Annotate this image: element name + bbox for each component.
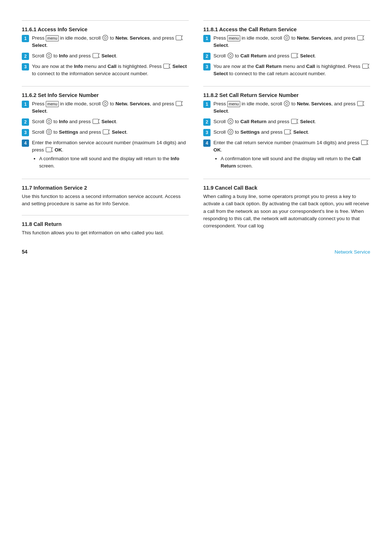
select-key-icon xyxy=(175,100,183,107)
section-11-6-2-title: 11.6.2 Set Info Service Number xyxy=(22,92,189,98)
call-return-bold: Call Return xyxy=(256,64,282,69)
steps-11-8-2: 1 Press menu in idle mode, scroll ▲ ▼ to… xyxy=(203,100,370,170)
netw-services-bold: Netw. Services xyxy=(297,35,331,41)
bullet-item: A confirmation tone will sound and the d… xyxy=(39,155,189,169)
step-11-6-2-1: 1 Press menu in idle mode, scroll ▲ ▼ to… xyxy=(22,100,189,115)
section-11-9-title: 11.9 Cancel Call Back xyxy=(203,185,370,191)
select-bold: Select xyxy=(102,119,116,124)
section-11-9: 11.9 Cancel Call Back When calling a bus… xyxy=(203,185,370,231)
svg-text:▲: ▲ xyxy=(229,53,231,55)
section-11-8-title: 11.8 Call Return xyxy=(22,221,189,227)
left-column: 11.6.1 Access Info Service 1 Press menu … xyxy=(22,15,189,238)
svg-rect-45 xyxy=(358,36,363,40)
info-bold: Info xyxy=(59,53,68,58)
step-11-6-2-4: 4 Enter the information service account … xyxy=(22,139,189,170)
page-footer: 54 Network Service xyxy=(22,249,370,255)
step-text: Scroll ▲ ▼ to Settings and press xyxy=(32,129,189,136)
section-11-7-title: 11.7 Information Service 2 xyxy=(22,185,189,191)
step-num-3: 3 xyxy=(203,129,211,136)
svg-rect-14 xyxy=(164,64,170,69)
svg-rect-62 xyxy=(358,101,363,106)
info-bold: Info xyxy=(74,64,83,69)
select-key-icon xyxy=(92,52,100,59)
select-key-icon xyxy=(357,35,365,41)
info-bold: Info xyxy=(59,119,68,124)
netw-services-bold: Netw. Services xyxy=(115,35,150,41)
step-11-8-1-2: 2 Scroll ▲ ▼ to Call Return and press xyxy=(203,52,370,60)
svg-text:▼: ▼ xyxy=(105,104,106,106)
select-bold: Select xyxy=(102,53,116,58)
step-text: Scroll ▲ ▼ to Info and press xyxy=(32,52,189,60)
menu-key: menu xyxy=(227,35,240,41)
svg-text:▼: ▼ xyxy=(105,38,106,40)
step-text: Scroll ▲ ▼ to Call Return and press xyxy=(213,118,370,125)
step-num-4: 4 xyxy=(22,139,29,147)
select-key-icon xyxy=(92,118,100,125)
select-key-icon xyxy=(362,63,370,69)
step-11-8-2-3: 3 Scroll ▲ ▼ to Settings and press xyxy=(203,129,370,136)
page-chapter: Network Service xyxy=(335,249,370,255)
step-11-6-1-1: 1 Press menu in idle mode, scroll ▲ ▼ to… xyxy=(22,35,189,49)
step-11-8-2-1: 1 Press menu in idle mode, scroll ▲ ▼ to… xyxy=(203,100,370,115)
scroll-icon: ▲ ▼ xyxy=(46,118,52,125)
page-number: 54 xyxy=(22,249,28,255)
step-text: Enter the information service account nu… xyxy=(32,139,189,170)
steps-11-8-1: 1 Press menu in idle mode, scroll ▲ ▼ to… xyxy=(203,35,370,77)
step-11-6-2-2: 2 Scroll ▲ ▼ to Info and press xyxy=(22,118,189,126)
scroll-icon: ▲ ▼ xyxy=(283,35,290,41)
step-num-1: 1 xyxy=(203,35,211,42)
select-bold: Select xyxy=(300,53,315,58)
svg-text:▲: ▲ xyxy=(229,119,231,121)
right-column: 11.8.1 Access the Call Return Service 1 … xyxy=(203,15,370,238)
section-11-9-desc: When calling a busy line, some operators… xyxy=(203,193,370,230)
select-bold: Select xyxy=(300,119,315,124)
svg-text:▲: ▲ xyxy=(229,129,231,131)
step-num-2: 2 xyxy=(22,53,29,60)
svg-text:▲: ▲ xyxy=(48,53,49,55)
svg-text:▼: ▼ xyxy=(48,56,49,58)
step-11-6-1-3: 3 You are now at the Info menu and Call … xyxy=(22,63,189,78)
bullet-list: A confirmation tone will sound and the d… xyxy=(32,155,189,169)
section-11-7: 11.7 Information Service 2 Use this func… xyxy=(22,185,189,209)
step-text: Press menu in idle mode, scroll ▲ ▼ to N… xyxy=(32,35,189,49)
netw-services-bold: Netw. Services xyxy=(115,101,150,106)
call-return-bold: Call Return xyxy=(240,119,266,124)
step-11-8-1-1: 1 Press menu in idle mode, scroll ▲ ▼ to… xyxy=(203,35,370,49)
steps-11-6-1: 1 Press menu in idle mode, scroll ▲ ▼ to… xyxy=(22,35,189,77)
select-key-icon xyxy=(357,100,365,107)
step-text: Scroll ▲ ▼ to Info and press xyxy=(32,118,189,125)
step-text: You are now at the Info menu and Call is… xyxy=(32,63,189,78)
section-11-8-1-title: 11.8.1 Access the Call Return Service xyxy=(203,27,370,32)
call-return-bold: Call Return xyxy=(240,53,266,58)
step-text: Press menu in idle mode, scroll ▲ ▼ to N… xyxy=(213,100,370,115)
step-num-1: 1 xyxy=(203,101,211,108)
section-11-6-1-title: 11.6.1 Access Info Service xyxy=(22,27,189,32)
step-11-6-1-2: 2 Scroll ▲ ▼ to Info and press xyxy=(22,52,189,60)
menu-key: menu xyxy=(227,101,240,107)
section-11-7-desc: Use this function to access a second inf… xyxy=(22,193,189,208)
svg-text:▼: ▼ xyxy=(48,132,49,134)
step-num-3: 3 xyxy=(22,63,29,70)
netw-services-bold: Netw. Services xyxy=(297,101,331,106)
step-11-8-2-4: 4 Enter the call return service number (… xyxy=(203,139,370,170)
menu-key: menu xyxy=(46,35,59,41)
scroll-icon: ▲ ▼ xyxy=(227,52,234,59)
step-11-8-1-3: 3 You are now at the Call Return menu an… xyxy=(203,63,370,78)
section-11-8-desc: This function allows you to get informat… xyxy=(22,229,189,236)
step-num-3: 3 xyxy=(22,129,29,136)
step-text: Press menu in idle mode, scroll ▲ ▼ to N… xyxy=(32,100,189,115)
call-bold: Call xyxy=(107,64,117,69)
section-11-8-2-title: 11.8.2 Set Call Return Service Number xyxy=(203,92,370,98)
settings-bold: Settings xyxy=(240,129,260,135)
svg-rect-28 xyxy=(93,119,98,124)
select-key-icon xyxy=(361,139,369,146)
svg-text:▲: ▲ xyxy=(105,101,106,103)
svg-text:▼: ▼ xyxy=(286,104,287,106)
svg-text:▲: ▲ xyxy=(286,36,287,37)
step-text: Press menu in idle mode, scroll ▲ ▼ to N… xyxy=(213,35,370,49)
scroll-icon: ▲ ▼ xyxy=(46,129,52,135)
select-bold: Select xyxy=(213,43,228,48)
scroll-icon: ▲ ▼ xyxy=(227,118,234,125)
step-num-2: 2 xyxy=(203,118,211,126)
section-11-8: 11.8 Call Return This function allows yo… xyxy=(22,221,189,238)
